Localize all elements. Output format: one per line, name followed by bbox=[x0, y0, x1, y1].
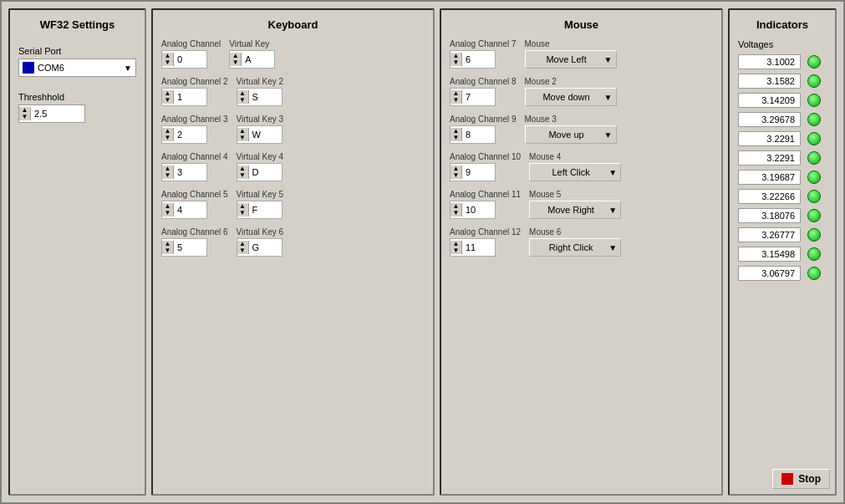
analog-channel-label-1: Analog Channel 2 bbox=[161, 77, 228, 86]
analog-down-4[interactable]: ▼ bbox=[162, 210, 173, 216]
vkey-down-5[interactable]: ▼ bbox=[237, 247, 248, 254]
mouse-spinner-0[interactable]: ▲ ▼ 6 bbox=[450, 50, 496, 69]
analog-channel-label-5: Analog Channel 6 bbox=[161, 227, 228, 237]
analog-down-0[interactable]: ▼ bbox=[162, 59, 173, 66]
mouse-action-text-1: Move down bbox=[529, 92, 604, 102]
indicator-row-8: 3.18076 bbox=[738, 208, 827, 223]
mouse-spinner-btns-4: ▲ ▼ bbox=[450, 203, 462, 216]
analog-spinner-3[interactable]: ▲ ▼ 3 bbox=[161, 163, 207, 181]
settings-title: WF32 Settings bbox=[18, 18, 136, 31]
mouse-action-arrow-3: ▼ bbox=[608, 168, 617, 177]
analog-spinner-4[interactable]: ▲ ▼ 4 bbox=[161, 201, 207, 219]
indicator-row-1: 3.1582 bbox=[738, 74, 827, 89]
indicators-panel: Indicators Voltages 3.1002 3.1582 3.1420… bbox=[728, 8, 837, 496]
serial-port-arrow[interactable]: ▼ bbox=[124, 64, 132, 73]
analog-spinner-2[interactable]: ▲ ▼ 2 bbox=[161, 125, 207, 144]
vkey-label-0: Virtual Key bbox=[229, 39, 275, 48]
mouse-analog-value-3: 9 bbox=[462, 167, 474, 177]
indicator-row-11: 3.06797 bbox=[738, 266, 827, 281]
mouse-spinner-4[interactable]: ▲ ▼ 10 bbox=[450, 201, 496, 219]
mouse-action-dropdown-5[interactable]: Right Click ▼ bbox=[529, 238, 621, 257]
vkey-input-0[interactable]: ▲ ▼ A bbox=[229, 50, 275, 69]
vkey-spinner-btns-0: ▲ ▼ bbox=[230, 53, 242, 66]
mouse-analog-down-2[interactable]: ▼ bbox=[450, 135, 461, 141]
mouse-analog-down-4[interactable]: ▼ bbox=[450, 210, 461, 216]
mouse-action-text-2: Move up bbox=[529, 130, 604, 140]
serial-port-select[interactable]: COM6 ▼ bbox=[18, 59, 136, 77]
mouse-action-label-3: Mouse 4 bbox=[529, 152, 621, 161]
mouse-action-group-3: Mouse 4 Left Click ▼ bbox=[529, 152, 621, 181]
analog-channel-label-0: Analog Channel bbox=[161, 39, 221, 48]
mouse-action-group-5: Mouse 6 Right Click ▼ bbox=[529, 227, 621, 257]
mouse-analog-down-3[interactable]: ▼ bbox=[450, 172, 461, 179]
voltage-value-11: 3.06797 bbox=[738, 266, 801, 281]
mouse-action-dropdown-1[interactable]: Move down ▼ bbox=[525, 88, 617, 106]
threshold-spinner[interactable]: ▲ ▼ 2.5 bbox=[18, 104, 85, 123]
vkey-down-4[interactable]: ▼ bbox=[237, 210, 248, 216]
mouse-row-4: Analog Channel 11 ▲ ▼ 10 Mouse 5 Move Ri… bbox=[450, 190, 713, 219]
voltage-value-5: 3.2291 bbox=[738, 150, 801, 165]
vkey-down-2[interactable]: ▼ bbox=[237, 135, 248, 141]
vkey-input-4[interactable]: ▲ ▼ F bbox=[237, 201, 283, 219]
voltage-value-7: 3.22266 bbox=[738, 189, 801, 204]
led-0 bbox=[807, 55, 821, 69]
mouse-spinner-btns-1: ▲ ▼ bbox=[450, 90, 462, 104]
vkey-input-1[interactable]: ▲ ▼ S bbox=[237, 88, 283, 106]
mouse-action-group-0: Mouse Move Left ▼ bbox=[525, 39, 617, 69]
mouse-action-arrow-2: ▼ bbox=[604, 130, 613, 140]
analog-down-2[interactable]: ▼ bbox=[162, 135, 173, 141]
mouse-action-text-0: Move Left bbox=[529, 54, 604, 64]
mouse-action-dropdown-4[interactable]: Move Right ▼ bbox=[529, 201, 621, 219]
mouse-action-group-4: Mouse 5 Move Right ▼ bbox=[529, 190, 621, 219]
mouse-spinner-5[interactable]: ▲ ▼ 11 bbox=[450, 238, 496, 257]
vkey-input-3[interactable]: ▲ ▼ D bbox=[237, 163, 283, 181]
vkey-down-1[interactable]: ▼ bbox=[237, 97, 248, 104]
analog-down-1[interactable]: ▼ bbox=[162, 97, 173, 104]
mouse-action-group-1: Mouse 2 Move down ▼ bbox=[525, 77, 617, 106]
mouse-analog-group-2: Analog Channel 9 ▲ ▼ 8 bbox=[450, 115, 517, 144]
voltage-value-6: 3.19687 bbox=[738, 170, 801, 185]
analog-spinner-0[interactable]: ▲ ▼ 0 bbox=[161, 50, 207, 69]
analog-channel-group-1: Analog Channel 2 ▲ ▼ 1 bbox=[161, 77, 228, 106]
mouse-row-1: Analog Channel 8 ▲ ▼ 7 Mouse 2 Move down… bbox=[450, 77, 713, 106]
mouse-action-arrow-0: ▼ bbox=[604, 55, 613, 64]
mouse-action-dropdown-2[interactable]: Move up ▼ bbox=[525, 125, 617, 144]
mouse-spinner-btns-0: ▲ ▼ bbox=[450, 53, 462, 66]
vkey-input-5[interactable]: ▲ ▼ G bbox=[237, 238, 283, 257]
keyboard-panel: Keyboard Analog Channel ▲ ▼ 0 Virtual Ke… bbox=[151, 8, 435, 496]
led-1 bbox=[807, 74, 821, 88]
analog-spinner-1[interactable]: ▲ ▼ 1 bbox=[161, 88, 207, 106]
keyboard-row-4: Analog Channel 5 ▲ ▼ 4 Virtual Key 5 ▲ ▼… bbox=[161, 190, 425, 219]
keyboard-title: Keyboard bbox=[161, 18, 425, 31]
stop-button[interactable]: Stop bbox=[772, 469, 830, 489]
analog-down-3[interactable]: ▼ bbox=[162, 172, 173, 179]
analog-channel-group-2: Analog Channel 3 ▲ ▼ 2 bbox=[161, 115, 228, 144]
voltage-value-9: 3.26777 bbox=[738, 227, 801, 242]
mouse-analog-down-0[interactable]: ▼ bbox=[450, 59, 461, 66]
mouse-action-dropdown-0[interactable]: Move Left ▼ bbox=[525, 50, 617, 69]
mouse-row-2: Analog Channel 9 ▲ ▼ 8 Mouse 3 Move up ▼ bbox=[450, 115, 713, 144]
analog-spinner-5[interactable]: ▲ ▼ 5 bbox=[161, 238, 207, 257]
mouse-spinner-3[interactable]: ▲ ▼ 9 bbox=[450, 163, 496, 181]
analog-down-5[interactable]: ▼ bbox=[162, 247, 173, 254]
indicators-title: Indicators bbox=[738, 18, 827, 31]
vkey-down-3[interactable]: ▼ bbox=[237, 172, 248, 179]
stop-label: Stop bbox=[798, 473, 821, 485]
mouse-spinner-1[interactable]: ▲ ▼ 7 bbox=[450, 88, 496, 106]
vkey-group-1: Virtual Key 2 ▲ ▼ S bbox=[237, 77, 284, 106]
vkey-spinner-btns-5: ▲ ▼ bbox=[237, 241, 249, 254]
led-11 bbox=[807, 267, 821, 280]
mouse-analog-label-5: Analog Channel 12 bbox=[450, 227, 521, 237]
mouse-analog-down-5[interactable]: ▼ bbox=[450, 247, 461, 254]
vkey-input-2[interactable]: ▲ ▼ W bbox=[237, 125, 283, 144]
keyboard-row-3: Analog Channel 4 ▲ ▼ 3 Virtual Key 4 ▲ ▼… bbox=[161, 152, 425, 181]
keyboard-row-1: Analog Channel 2 ▲ ▼ 1 Virtual Key 2 ▲ ▼… bbox=[161, 77, 425, 106]
mouse-analog-down-1[interactable]: ▼ bbox=[450, 97, 461, 104]
threshold-down-btn[interactable]: ▼ bbox=[19, 114, 30, 120]
mouse-action-dropdown-3[interactable]: Left Click ▼ bbox=[529, 163, 621, 181]
mouse-spinner-2[interactable]: ▲ ▼ 8 bbox=[450, 125, 496, 144]
vkey-down-0[interactable]: ▼ bbox=[230, 59, 241, 66]
mouse-analog-value-4: 10 bbox=[462, 205, 479, 215]
vkey-group-4: Virtual Key 5 ▲ ▼ F bbox=[237, 190, 284, 219]
mouse-analog-label-3: Analog Channel 10 bbox=[450, 152, 521, 161]
